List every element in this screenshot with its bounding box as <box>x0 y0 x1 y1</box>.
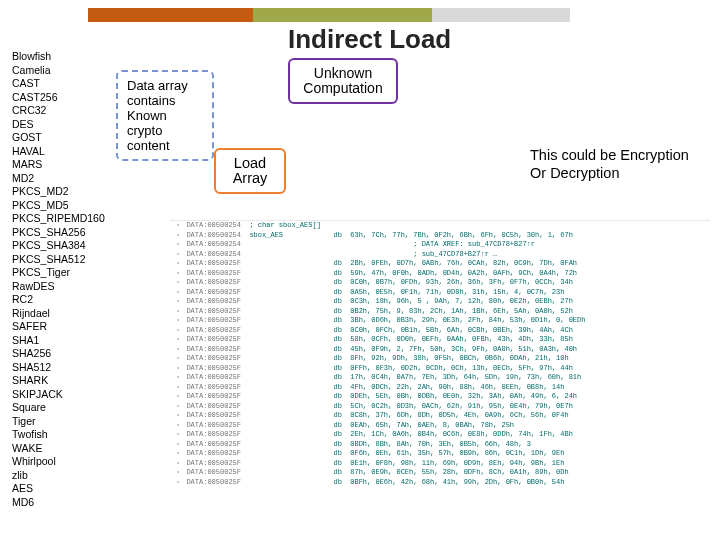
accent-seg-olive <box>253 8 432 22</box>
algo-list-item: PKCS_SHA512 <box>12 253 105 267</box>
algo-list-item: PKCS_Tiger <box>12 266 105 280</box>
algo-list-item: Whirlpool <box>12 455 105 469</box>
conclusion-line-1: This could be Encryption <box>530 146 689 164</box>
disasm-row: DATA:0050025F db 0EAh, 65h, 7Ah, 0AEh, 8… <box>170 421 710 431</box>
accent-color-bar <box>88 8 570 22</box>
algo-list-item: SHARK <box>12 374 105 388</box>
callout-unknown-computation: Unknown Computation <box>288 58 398 104</box>
algo-list-item: MD2 <box>12 172 105 186</box>
disasm-row: DATA:0050025F db 58h, 0CFh, 0D0h, 0EFh, … <box>170 335 710 345</box>
disasm-row: DATA:0050025F db 59h, 47h, 0F0h, 0ADh, 0… <box>170 269 710 279</box>
algo-list-item: SKIPJACK <box>12 388 105 402</box>
disasm-row: DATA:00500254 sbox_AES db 63h, 7Ch, 77h,… <box>170 231 710 241</box>
algo-list-item: DES <box>12 118 105 132</box>
algo-list-item: CAST <box>12 77 105 91</box>
callout-data-array: Data array contains Known crypto content <box>116 70 214 161</box>
algo-list-item: GOST <box>12 131 105 145</box>
disasm-row: DATA:0050025F db 2Bh, 0FEh, 0D7h, 0ABh, … <box>170 259 710 269</box>
algo-list-item: zlib <box>12 469 105 483</box>
algo-list-item: HAVAL <box>12 145 105 159</box>
disasm-row: DATA:0050025F db 8Fh, 92h, 9Dh, 38h, 0F5… <box>170 354 710 364</box>
disasm-row: DATA:0050025F db 0BDh, 8Bh, 8Ah, 70h, 3E… <box>170 440 710 450</box>
algo-list-item: PKCS_MD5 <box>12 199 105 213</box>
disasm-row: DATA:00500254 ; char sbox_AES[] <box>170 221 710 231</box>
callout-load-array: Load Array <box>214 148 286 194</box>
algo-list-item: CRC32 <box>12 104 105 118</box>
algo-list-item: SHA1 <box>12 334 105 348</box>
algo-list-item: WAKE <box>12 442 105 456</box>
disasm-row: DATA:0050025F db 17h, 0C4h, 0A7h, 7Eh, 3… <box>170 373 710 383</box>
crypto-algorithm-list: BlowfishCameliaCASTCAST256CRC32DESGOSTHA… <box>12 50 105 509</box>
disasm-row: DATA:0050025F db 0C0h, 0FCh, 0B1h, 5Bh, … <box>170 326 710 336</box>
disassembly-listing: DATA:00500254 ; char sbox_AES[]DATA:0050… <box>170 220 710 535</box>
algo-list-item: MD6 <box>12 496 105 510</box>
disasm-row: DATA:0050025F db 5Ch, 0C2h, 0D3h, 0ACh, … <box>170 402 710 412</box>
algo-list-item: PKCS_SHA256 <box>12 226 105 240</box>
algo-list-item: CAST256 <box>12 91 105 105</box>
conclusion-line-2: Or Decryption <box>530 164 689 182</box>
algo-list-item: SHA512 <box>12 361 105 375</box>
disasm-row: DATA:0050025F db 2Eh, 1Ch, 0A6h, 0B4h, 0… <box>170 430 710 440</box>
algo-list-item: AES <box>12 482 105 496</box>
disasm-row: DATA:0050025F db 0F6h, 0Eh, 61h, 35h, 57… <box>170 449 710 459</box>
disasm-row: DATA:0050025F db 0FFh, 0F3h, 0D2h, 0CDh,… <box>170 364 710 374</box>
disasm-row: DATA:0050025F db 87h, 0E9h, 0CEh, 55h, 2… <box>170 468 710 478</box>
disasm-row: DATA:0050025F db 3Bh, 0D6h, 0B3h, 29h, 0… <box>170 316 710 326</box>
algo-list-item: Tiger <box>12 415 105 429</box>
algo-list-item: PKCS_SHA384 <box>12 239 105 253</box>
disasm-row: DATA:0050025F db 0BFh, 0E6h, 42h, 68h, 4… <box>170 478 710 488</box>
accent-seg-orange <box>88 8 253 22</box>
algo-list-item: RC2 <box>12 293 105 307</box>
disasm-row: DATA:00500254 ; DATA XREF: sub_47CD78+B2… <box>170 240 710 250</box>
algo-list-item: PKCS_RIPEMD160 <box>12 212 105 226</box>
algo-list-item: MARS <box>12 158 105 172</box>
disasm-row: DATA:0050025F db 0C3h, 18h, 96h, 5 , 9Ah… <box>170 297 710 307</box>
disasm-row: DATA:0050025F db 4Fh, 0DCh, 22h, 2Ah, 90… <box>170 383 710 393</box>
algo-list-item: Square <box>12 401 105 415</box>
algo-list-item: SHA256 <box>12 347 105 361</box>
disasm-row: DATA:0050025F db 0E1h, 0F8h, 98h, 11h, 6… <box>170 459 710 469</box>
disasm-row: DATA:0050025F db 0DEh, 5Eh, 0Bh, 0DBh, 0… <box>170 392 710 402</box>
page-title: Indirect Load <box>288 24 451 55</box>
accent-seg-gray <box>432 8 570 22</box>
algo-list-item: Camelia <box>12 64 105 78</box>
conclusion-text: This could be Encryption Or Decryption <box>530 146 689 182</box>
algo-list-item: RawDES <box>12 280 105 294</box>
disasm-row: DATA:0050025F db 0A5h, 0E5h, 0F1h, 71h, … <box>170 288 710 298</box>
disasm-row: DATA:0050025F db 0C0h, 0B7h, 0FDh, 93h, … <box>170 278 710 288</box>
algo-list-item: PKCS_MD2 <box>12 185 105 199</box>
algo-list-item: Twofish <box>12 428 105 442</box>
algo-list-item: Blowfish <box>12 50 105 64</box>
algo-list-item: Rijndael <box>12 307 105 321</box>
disasm-row: DATA:00500254 ; sub_47CD78+B27↑r … <box>170 250 710 260</box>
disasm-row: DATA:0050025F db 0B2h, 75h, 9, 83h, 2Ch,… <box>170 307 710 317</box>
algo-list-item: SAFER <box>12 320 105 334</box>
disasm-row: DATA:0050025F db 0C8h, 37h, 6Dh, 8Dh, 0D… <box>170 411 710 421</box>
disasm-row: DATA:0050025F db 45h, 0F9h, 2, 7Fh, 50h,… <box>170 345 710 355</box>
